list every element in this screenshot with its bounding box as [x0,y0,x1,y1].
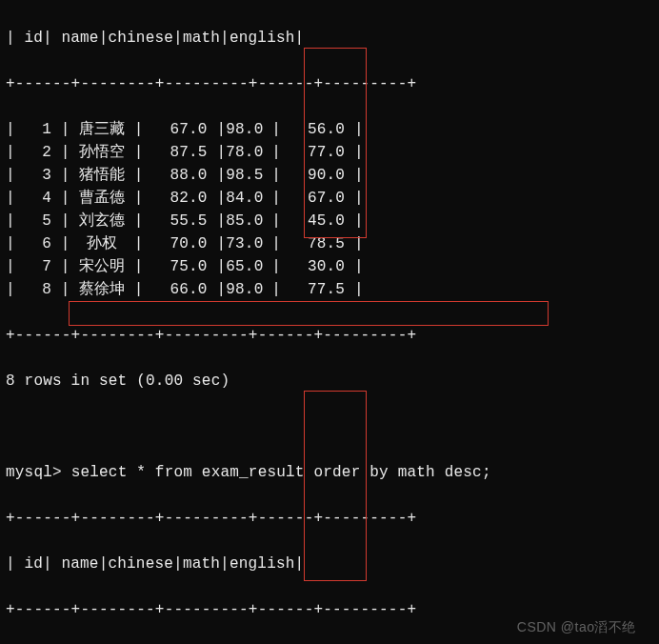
cell-id: 6 [15,232,61,255]
table-border: +------+--------+---------+------+------… [6,598,659,621]
cell-english: 77.5 [281,278,354,301]
highlight-query [69,301,549,326]
col-header-math: math [183,30,220,47]
sql-prompt-line[interactable]: mysql> select * from exam_result order b… [6,461,659,484]
cell-chinese: 87.5 [144,141,217,164]
cell-math: 84.0 [226,187,271,210]
mysql-prompt: mysql> [6,464,62,481]
cell-english: 77.0 [281,141,354,164]
cell-name: 刘玄德 [70,210,134,232]
cell-name: 蔡徐坤 [70,278,134,301]
cell-english: 90.0 [281,164,354,187]
table-row: |6 |孙权|70.0 |73.0 |78.5 | [6,232,659,255]
cell-math: 85.0 [226,210,271,232]
cell-id: 7 [15,255,61,278]
cell-name: 猪悟能 [70,164,134,187]
blank-line [6,415,659,438]
cell-chinese: 82.0 [144,187,217,210]
table-header-row: |id|name|chinese|math|english| [6,27,659,50]
table-row: |1 |唐三藏|67.0 |98.0 |56.0 | [6,118,659,141]
cell-chinese: 66.0 [144,278,217,301]
table-row: |4 |曹孟德|82.0 |84.0 |67.0 | [6,187,659,210]
cell-name: 孙权 [70,232,134,255]
cell-name: 孙悟空 [70,141,134,164]
col-header-english: english [230,555,295,573]
cell-id: 3 [15,164,61,187]
col-header-id: id [15,30,43,47]
col-header-english: english [230,30,295,47]
table-row: |8 |蔡徐坤|66.0 |98.0 |77.5 | [6,278,659,301]
cell-id: 2 [15,141,61,164]
cell-chinese: 70.0 [144,232,217,255]
col-header-chinese: chinese [108,555,173,573]
cell-name: 宋公明 [70,255,134,278]
table-row: |7 |宋公明|75.0 |65.0 |30.0 | [6,255,659,278]
cell-name: 曹孟德 [70,187,134,210]
cell-math: 98.5 [226,164,271,187]
terminal-output: |id|name|chinese|math|english| +------+-… [0,0,659,644]
table-row: |5 |刘玄德|55.5 |85.0 |45.0 | [6,210,659,232]
cell-math: 98.0 [226,118,271,141]
cell-chinese: 88.0 [144,164,217,187]
cell-math: 65.0 [226,255,271,278]
col-header-name: name [52,555,99,573]
col-header-chinese: chinese [108,30,173,47]
cell-english: 78.5 [281,232,354,255]
cell-math: 98.0 [226,278,271,301]
cell-chinese: 55.5 [144,210,217,232]
sql-query: select * from exam_result order by math … [71,464,491,481]
cell-id: 5 [15,210,61,232]
col-header-name: name [52,30,99,47]
cell-math: 73.0 [226,232,271,255]
col-header-math: math [183,555,220,573]
table-row: |3 |猪悟能|88.0 |98.5 |90.0 | [6,164,659,187]
cell-chinese: 75.0 [144,255,217,278]
cell-english: 67.0 [281,187,354,210]
cell-id: 4 [15,187,61,210]
col-header-id: id [15,555,43,573]
table-header-row: |id|name|chinese|math|english| [6,553,659,575]
cell-english: 45.0 [281,210,354,232]
table-border: +------+--------+---------+------+------… [6,72,659,95]
cell-name: 唐三藏 [70,118,134,141]
cell-english: 56.0 [281,118,354,141]
cell-chinese: 67.0 [144,118,217,141]
cell-english: 30.0 [281,255,354,278]
cell-math: 78.0 [226,141,271,164]
cell-id: 8 [15,278,61,301]
table-border: +------+--------+---------+------+------… [6,324,659,347]
result-summary: 8 rows in set (0.00 sec) [6,370,659,392]
table-row: |2 |孙悟空|87.5 |78.0 |77.0 | [6,141,659,164]
cell-id: 1 [15,118,61,141]
table-border: +------+--------+---------+------+------… [6,507,659,530]
